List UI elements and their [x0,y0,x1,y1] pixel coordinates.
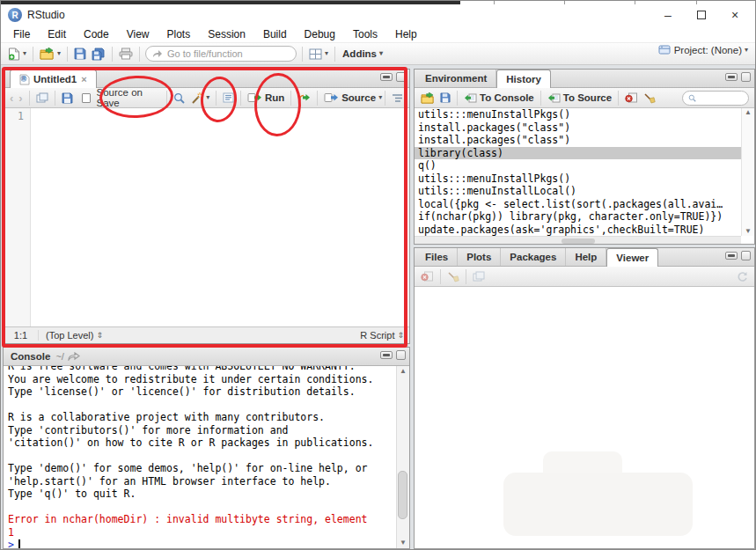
open-file-button[interactable]: ▾ [37,46,63,62]
remove-entries-button[interactable] [622,91,641,105]
open-in-new-window-button[interactable] [33,91,51,105]
panel-minimize-icon[interactable] [725,252,738,260]
maximize-button[interactable] [685,5,718,25]
panel-minimize-icon[interactable] [725,73,738,81]
code-editor[interactable]: 1 [4,108,409,326]
viewer-refresh-button[interactable] [734,269,751,284]
tab-files[interactable]: Files [416,248,458,266]
workspace-panes-button[interactable]: ▾ [306,47,331,62]
goto-file-function-input[interactable] [167,48,282,59]
addins-button[interactable]: Addins ▾ [339,47,386,61]
find-replace-button[interactable] [171,91,187,106]
open-folder-arrow-icon[interactable] [68,352,80,361]
history-hscrollbar[interactable] [415,236,741,245]
menu-tools[interactable]: Tools [344,26,386,42]
save-all-button[interactable] [89,46,108,62]
panel-maximize-icon[interactable] [741,251,751,260]
history-scrollbar[interactable]: ▲ ▼ [741,108,754,236]
forward-button[interactable]: › [16,90,25,106]
menu-plots[interactable]: Plots [158,26,200,42]
history-entry[interactable]: utils:::menuInstallPkgs() [415,108,741,121]
close-button[interactable]: × [718,5,752,25]
to-console-button[interactable]: To Console [461,91,537,105]
history-tabbar: Environment History [415,70,754,88]
history-entry-selected[interactable]: library(class) [415,147,741,160]
scope-label: (Top Level) [46,330,93,341]
print-button[interactable] [116,46,136,62]
panel-maximize-icon[interactable] [741,72,751,82]
source-button[interactable]: Source ▾ [321,91,385,105]
checkbox-icon[interactable] [82,93,91,103]
panel-minimize-icon[interactable] [380,351,393,359]
source-on-save-checkbox[interactable]: Source on Save [79,85,164,110]
save-source-button[interactable] [59,91,76,106]
menu-view[interactable]: View [118,26,158,42]
document-outline-button[interactable] [389,92,406,105]
chevron-down-icon: ▾ [325,50,328,57]
rerun-button[interactable] [295,91,313,105]
scroll-down-icon[interactable]: ▼ [400,539,407,546]
to-source-icon [547,93,561,103]
tab-close-icon[interactable]: × [81,74,86,84]
menu-build[interactable]: Build [254,26,296,42]
panel-maximize-icon[interactable] [396,350,406,360]
minimize-button[interactable]: – [651,5,685,25]
hscroll-thumb[interactable] [561,238,595,244]
clear-history-button[interactable] [641,91,658,106]
history-entry[interactable]: utils:::menuInstallLocal() [415,185,741,198]
scope-selector[interactable]: (Top Level) ⇕ [39,330,110,341]
run-icon [247,92,262,103]
save-button[interactable] [71,46,89,62]
viewer-stop-button[interactable] [418,269,437,283]
compile-report-button[interactable] [220,91,237,105]
tab-help[interactable]: Help [566,248,606,266]
history-entry[interactable]: install.packages("class") [415,134,741,147]
panel-maximize-icon[interactable] [396,72,406,82]
code-tools-button[interactable]: ▾ [187,90,212,106]
history-entry[interactable]: if(nchar(pkg)) library(pkg, character.on… [415,210,741,224]
tab-environment[interactable]: Environment [416,70,496,87]
goto-file-function-box[interactable] [145,46,297,62]
menu-file[interactable]: File [4,26,39,42]
save-history-button[interactable] [437,91,453,105]
load-history-button[interactable] [418,91,437,106]
to-console-icon [464,93,477,103]
editor-text-area[interactable] [31,108,409,326]
panel-minimize-icon[interactable] [380,73,393,81]
menu-debug[interactable]: Debug [296,26,344,42]
tab-viewer[interactable]: Viewer [606,248,658,267]
tab-plots[interactable]: Plots [458,248,501,266]
line-number: 1 [4,110,24,122]
run-button[interactable]: Run [245,91,287,105]
history-entry[interactable]: utils:::menuInstallPkgs() [415,172,741,186]
menu-edit[interactable]: Edit [39,26,75,42]
scroll-down-icon[interactable]: ▼ [745,228,752,235]
to-source-button[interactable]: To Source [545,91,614,105]
tab-untitled1[interactable]: R Untitled1 × [10,70,97,88]
menu-code[interactable]: Code [75,26,118,42]
history-entry[interactable]: update.packages(ask='graphics',checkBuil… [415,224,741,237]
viewer-clear-button[interactable] [444,269,462,284]
history-search-box[interactable] [682,91,749,106]
menu-help[interactable]: Help [386,26,426,42]
menu-session[interactable]: Session [199,26,254,42]
history-entry[interactable]: local({pkg <- select.list(sort(.packages… [415,198,741,211]
tab-packages[interactable]: Packages [501,248,566,266]
console-output[interactable]: R is free software and comes with ABSOLU… [4,366,396,548]
history-entry[interactable]: q() [415,159,741,172]
scroll-up-icon[interactable]: ▲ [400,368,407,375]
to-console-label: To Console [480,92,534,103]
scroll-up-icon[interactable]: ▲ [745,109,752,116]
new-file-button[interactable]: ▾ [5,46,29,62]
delete-icon [421,271,434,282]
history-entry[interactable]: install.packages("class") [415,121,741,135]
console-scrollbar[interactable]: ▲ ▼ [396,366,409,548]
filetype-selector[interactable]: R Script ⇕ [360,330,409,341]
viewer-popout-button[interactable] [470,269,488,283]
project-selector[interactable]: Project: (None) ▾ [658,44,748,55]
menu-bar: File Edit Code View Plots Session Build … [1,26,755,42]
tab-history[interactable]: History [496,70,551,88]
history-search-input[interactable] [699,92,743,103]
back-button[interactable]: ‹ [7,90,16,106]
console-scroll-thumb[interactable] [398,471,407,519]
